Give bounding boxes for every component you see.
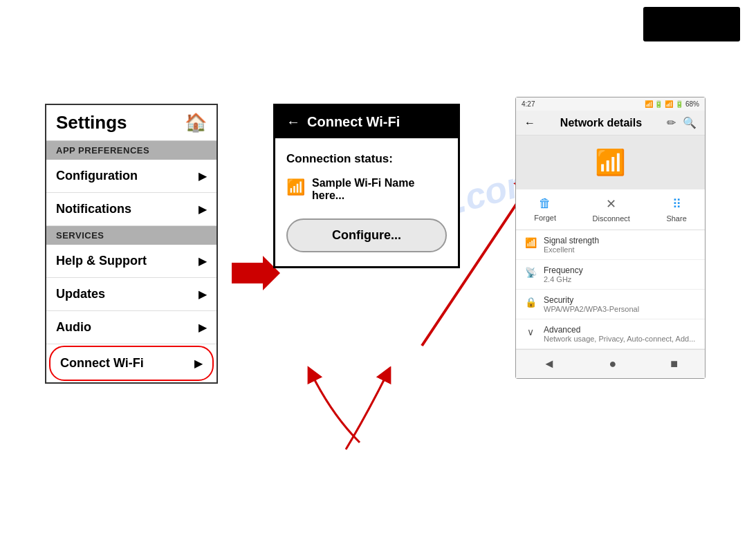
network-title: Network details: [560, 117, 642, 129]
action-disconnect[interactable]: ✕ Disconnect: [593, 196, 630, 223]
action-share[interactable]: ⠿ Share: [666, 196, 686, 223]
network-back-icon[interactable]: ←: [524, 117, 535, 129]
menu-item-help-support[interactable]: Help & Support ▶: [46, 245, 216, 278]
section-services: SERVICES: [46, 226, 216, 245]
arrow-help-support: ▶: [199, 254, 207, 268]
nav-recent-button[interactable]: ■: [670, 357, 678, 371]
settings-header: Settings 🏠: [46, 105, 216, 141]
menu-item-updates[interactable]: Updates ▶: [46, 278, 216, 311]
nav-home-button[interactable]: ●: [609, 357, 617, 371]
red-arrow-up1: [290, 360, 401, 449]
wifi-header: ← Connect Wi-Fi: [275, 106, 458, 138]
signal-value: Excellent: [544, 245, 697, 254]
red-arrow-up2: [332, 366, 443, 456]
detail-security: 🔒 Security WPA/WPA2/WPA3-Personal: [516, 290, 705, 319]
home-icon[interactable]: 🏠: [185, 112, 207, 133]
frequency-value: 2.4 GHz: [544, 275, 697, 283]
network-status-bar: 4:27 📶 🔋 📶 🔋 68%: [516, 97, 705, 111]
forget-icon: 🗑: [539, 196, 551, 211]
menu-item-configuration[interactable]: Configuration ▶: [46, 160, 216, 193]
network-details-list: 📶 Signal strength Excellent 📡 Frequency …: [516, 230, 705, 349]
connection-status-label: Connection status:: [286, 152, 447, 166]
frequency-icon: 📡: [524, 267, 537, 278]
wifi-icon-large: 📶: [516, 136, 705, 189]
security-label: Security: [544, 295, 697, 305]
menu-item-notifications[interactable]: Notifications ▶: [46, 193, 216, 226]
wifi-panel-title: Connect Wi-Fi: [307, 114, 400, 130]
wifi-panel: ← Connect Wi-Fi Connection status: 📶 Sam…: [273, 104, 460, 268]
share-icon: ⠿: [672, 196, 681, 212]
action-forget[interactable]: 🗑 Forget: [534, 196, 556, 223]
network-header: ← Network details ✏ 🔍: [516, 111, 705, 136]
security-value: WPA/WPA2/WPA3-Personal: [544, 305, 697, 313]
status-time: 4:27: [522, 100, 535, 108]
signal-icon: 📶: [524, 237, 537, 248]
share-label: Share: [666, 214, 686, 223]
nav-back-button[interactable]: ◄: [543, 357, 555, 371]
top-right-bar: [643, 7, 740, 41]
frequency-label: Frequency: [544, 265, 697, 275]
wifi-content: Connection status: 📶 Sample Wi-Fi Name h…: [275, 138, 458, 266]
detail-frequency: 📡 Frequency 2.4 GHz: [516, 260, 705, 290]
arrow-connect-wifi: ▶: [194, 357, 203, 370]
forget-label: Forget: [534, 214, 556, 222]
arrow-updates: ▶: [199, 288, 207, 301]
wifi-name-text: Sample Wi-Fi Name here...: [312, 177, 447, 202]
arrow-configuration: ▶: [199, 169, 207, 183]
signal-label: Signal strength: [544, 236, 697, 245]
section-app-preferences: APP PREFERENCES: [46, 141, 216, 160]
status-icons: 📶 🔋 📶 🔋 68%: [645, 100, 699, 108]
settings-panel: Settings 🏠 APP PREFERENCES Configuration…: [45, 104, 218, 384]
menu-label-notifications: Notifications: [56, 202, 131, 216]
menu-label-help-support: Help & Support: [56, 254, 147, 268]
detail-signal: 📶 Signal strength Excellent: [516, 230, 705, 260]
configure-button[interactable]: Configure...: [286, 218, 447, 252]
advanced-label: Advanced: [544, 325, 697, 335]
menu-item-audio[interactable]: Audio ▶: [46, 311, 216, 344]
menu-label-configuration: Configuration: [56, 169, 138, 183]
wifi-back-arrow[interactable]: ←: [286, 114, 300, 130]
network-panel: 4:27 📶 🔋 📶 🔋 68% ← Network details ✏ 🔍 📶…: [515, 97, 706, 379]
menu-label-audio: Audio: [56, 320, 91, 335]
menu-label-connect-wifi: Connect Wi-Fi: [60, 356, 144, 371]
arrow-audio: ▶: [199, 321, 207, 334]
network-actions: 🗑 Forget ✕ Disconnect ⠿ Share: [516, 189, 705, 230]
settings-title: Settings: [56, 112, 127, 133]
wifi-large-symbol: 📶: [595, 148, 626, 176]
menu-label-updates: Updates: [56, 287, 105, 301]
disconnect-icon: ✕: [606, 196, 616, 212]
arrow-notifications: ▶: [199, 203, 207, 216]
security-icon: 🔒: [524, 297, 537, 308]
menu-item-connect-wifi[interactable]: Connect Wi-Fi ▶: [49, 346, 214, 381]
network-header-icons: ✏ 🔍: [667, 116, 697, 129]
edit-icon[interactable]: ✏: [667, 116, 676, 129]
nav-bar: ◄ ● ■: [516, 349, 705, 378]
search-icon[interactable]: 🔍: [683, 116, 697, 129]
advanced-value: Network usage, Privacy, Auto-connect, Ad…: [544, 335, 697, 343]
disconnect-label: Disconnect: [593, 214, 630, 223]
wifi-signal-icon: 📶: [286, 178, 305, 196]
wifi-name-row: 📶 Sample Wi-Fi Name here...: [286, 177, 447, 202]
advanced-chevron: ∨: [524, 326, 537, 337]
detail-advanced[interactable]: ∨ Advanced Network usage, Privacy, Auto-…: [516, 319, 705, 349]
